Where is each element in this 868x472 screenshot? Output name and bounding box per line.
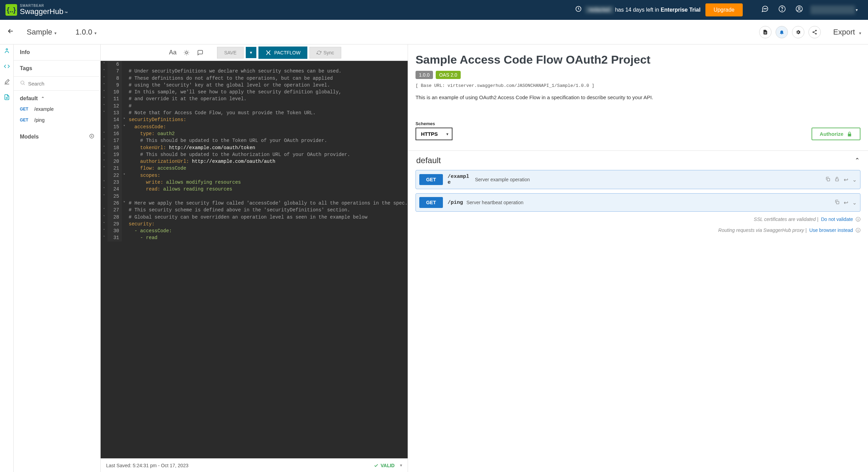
operation-summary: Server example operation [475, 177, 825, 182]
subheader: Sample▾ 1.0.0▾ Export ▾ [0, 20, 868, 44]
validation-status[interactable]: VALID ▾ [374, 463, 402, 468]
operation-summary: Server heartbeat operation [467, 200, 834, 205]
operation-ping[interactable]: GET /ping Server heartbeat operation ↩ ⌄ [416, 193, 860, 212]
clock-icon [575, 5, 582, 14]
svg-rect-16 [835, 179, 839, 181]
do-not-validate-link[interactable]: Do not validate [821, 217, 853, 222]
svg-point-10 [815, 33, 817, 34]
upgrade-button[interactable]: Upgrade [705, 3, 743, 16]
method-badge: GET [419, 197, 443, 208]
edit-nav-icon[interactable] [4, 79, 10, 87]
svg-point-5 [782, 10, 782, 11]
username-blurred[interactable] [810, 5, 855, 14]
link-icon[interactable]: ↩ [844, 199, 848, 206]
sidebar-endpoint-example[interactable]: GET /example [14, 104, 100, 115]
authorize-button[interactable]: Authorize [812, 128, 860, 140]
user-icon[interactable] [795, 5, 803, 15]
tag-default-header[interactable]: default ⌃ [416, 151, 860, 170]
chevron-up-icon: ⌃ [855, 157, 860, 164]
link-icon[interactable]: ↩ [844, 176, 848, 183]
editor-status-bar: Last Saved: 5:24:31 pm - Oct 17, 2023 VA… [101, 458, 408, 472]
chevron-down-icon[interactable]: ⌄ [852, 176, 857, 183]
endpoint-path: /ping [34, 117, 44, 123]
schemes-select[interactable]: HTTPS [416, 128, 452, 140]
document-nav-icon[interactable] [4, 94, 10, 102]
svg-point-7 [798, 7, 800, 9]
export-dropdown[interactable]: Export ▾ [833, 28, 861, 37]
comments-icon[interactable] [194, 47, 206, 58]
sidebar-search [14, 77, 100, 91]
left-rail [0, 44, 14, 472]
code-nav-icon[interactable] [4, 63, 10, 71]
oas-badge: OAS 2.0 [436, 71, 461, 79]
chat-icon[interactable] [761, 5, 769, 15]
svg-point-1 [764, 9, 764, 9]
sidebar-group-default[interactable]: default⌃ [14, 91, 100, 104]
chevron-down-icon[interactable]: ⌄ [852, 199, 857, 206]
last-saved-text: Last Saved: 5:24:31 pm - Oct 17, 2023 [106, 463, 188, 468]
info-icon[interactable]: ⓘ [854, 227, 860, 233]
api-version-dropdown[interactable]: 1.0.0▾ [76, 28, 97, 37]
trial-text: redacted has 14 days left in Enterprise … [585, 7, 701, 13]
svg-point-12 [21, 81, 24, 84]
docs-column: Sample Access Code Flow OAuth2 Project 1… [408, 44, 868, 472]
schemes-label: Schemes [416, 121, 452, 126]
settings-icon[interactable] [792, 26, 804, 38]
svg-rect-15 [827, 178, 830, 181]
lock-icon[interactable] [834, 176, 840, 183]
search-input[interactable] [28, 81, 94, 87]
sidebar-tags[interactable]: Tags [14, 61, 100, 77]
copy-icon[interactable] [825, 176, 830, 183]
svg-rect-17 [837, 201, 839, 204]
pactflow-button[interactable]: PACTFLOW [258, 47, 307, 59]
svg-point-11 [6, 49, 8, 50]
help-icon[interactable] [778, 5, 786, 15]
sync-button[interactable]: Sync [309, 47, 341, 58]
user-dropdown-caret[interactable]: ▾ [856, 8, 858, 12]
topbar: {..} SMARTBEAR SwaggerHub ™ redacted has… [0, 0, 868, 20]
share-icon[interactable] [808, 26, 821, 38]
product-name: SwaggerHub ™ [20, 8, 68, 16]
notifications-icon[interactable] [776, 26, 788, 38]
logo-icon[interactable]: {..} [5, 4, 17, 16]
sidebar: Info Tags default⌃ GET /example GET /pin… [14, 44, 101, 472]
api-title: Sample Access Code Flow OAuth2 Project [416, 53, 860, 67]
theme-icon[interactable] [181, 47, 192, 58]
operation-example[interactable]: GET /example Server example operation ↩ … [416, 170, 860, 189]
svg-point-3 [766, 9, 766, 9]
save-button: SAVE [217, 47, 244, 58]
api-name-dropdown[interactable]: Sample▾ [27, 28, 56, 37]
document-icon[interactable] [759, 26, 771, 38]
api-nav-icon[interactable] [4, 48, 10, 56]
svg-point-8 [815, 30, 817, 31]
back-arrow[interactable] [7, 27, 14, 37]
editor-toolbar: Aa SAVE ▾ PACTFLOW Sync [101, 44, 408, 61]
svg-point-14 [186, 52, 188, 54]
use-browser-link[interactable]: Use browser instead [809, 227, 853, 233]
editor-column: Aa SAVE ▾ PACTFLOW Sync ••••••••••••••••… [101, 44, 408, 472]
copy-icon[interactable] [834, 199, 840, 206]
font-size-icon[interactable]: Aa [167, 47, 179, 58]
code-editor[interactable]: •••••••••••••••••••••• 67891011121314151… [101, 61, 408, 458]
operation-path: /example [448, 174, 472, 185]
add-model-icon[interactable] [89, 134, 94, 140]
org-name-blurred: redacted [585, 6, 613, 13]
footer-routing: Routing requests via SwaggerHub proxy | … [416, 227, 860, 234]
search-icon [20, 80, 25, 87]
save-dropdown[interactable]: ▾ [246, 47, 256, 58]
version-badge: 1.0.0 [416, 71, 433, 79]
base-url: [ Base URL: virtserver.swaggerhub.com/JA… [416, 83, 860, 88]
sidebar-endpoint-ping[interactable]: GET /ping [14, 115, 100, 126]
info-icon[interactable]: ⓘ [854, 217, 860, 222]
svg-point-9 [813, 31, 814, 33]
method-badge: GET [20, 118, 34, 122]
sidebar-info[interactable]: Info [14, 44, 100, 61]
api-description: This is an example of using OAuth2 Acces… [416, 94, 860, 102]
svg-point-2 [765, 9, 765, 9]
footer-ssl: SSL certificates are validated | Do not … [416, 217, 860, 223]
method-badge: GET [20, 107, 34, 112]
method-badge: GET [419, 174, 443, 185]
logo-text: SMARTBEAR SwaggerHub ™ [20, 4, 68, 16]
endpoint-path: /example [34, 106, 54, 112]
sidebar-models[interactable]: Models [14, 129, 100, 145]
